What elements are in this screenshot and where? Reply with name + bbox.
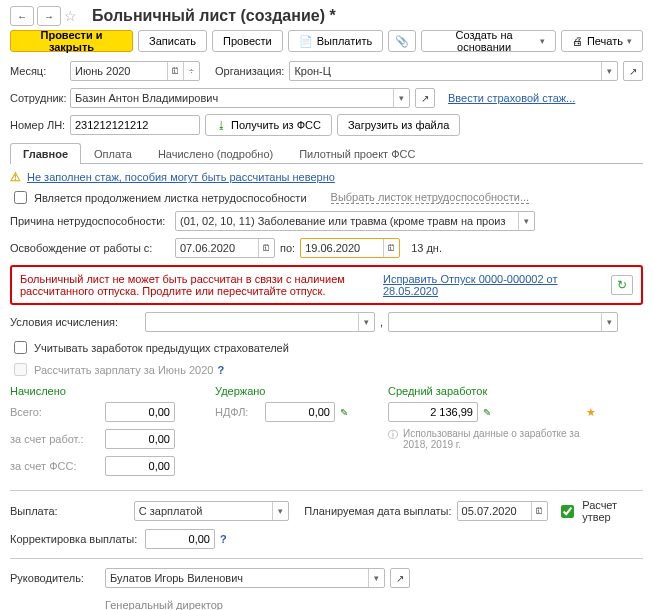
create-based-on-button[interactable]: Создать на основании	[421, 30, 556, 52]
avg-star-icon[interactable]: ★	[586, 406, 596, 419]
reason-value: (01, 02, 10, 11) Заболевание или травма …	[176, 212, 518, 230]
tab-bar: Главное Оплата Начислено (подробно) Пило…	[10, 142, 643, 164]
manager-label: Руководитель:	[10, 572, 100, 584]
ln-label: Номер ЛН:	[10, 119, 65, 131]
date-from-calendar-icon[interactable]: 🗓	[258, 239, 274, 257]
employee-dropdown-icon[interactable]: ▾	[393, 89, 409, 107]
payment-type-dd-icon[interactable]: ▾	[272, 502, 288, 520]
correction-input[interactable]	[145, 529, 215, 549]
payment-date-value: 05.07.2020	[458, 502, 532, 520]
page-title: Больничный лист (создание) *	[92, 7, 336, 25]
tab-pilot-fss[interactable]: Пилотный проект ФСС	[286, 143, 428, 164]
submit-button[interactable]: Провести	[212, 30, 283, 52]
date-to-calendar-icon[interactable]: 🗓	[383, 239, 399, 257]
error-text: Больничный лист не может быть рассчитан …	[20, 273, 375, 297]
pay-label: Выплатить	[317, 35, 372, 47]
date-from-value: 07.06.2020	[176, 239, 258, 257]
total-label: Всего:	[10, 406, 100, 418]
ln-input[interactable]	[70, 115, 200, 135]
correction-help[interactable]: ?	[220, 533, 227, 545]
avg-input[interactable]	[388, 402, 478, 422]
conditions-select-1[interactable]: ▾	[145, 312, 375, 332]
calc-salary-checkbox	[14, 363, 27, 376]
withheld-header: Удержано	[215, 385, 348, 397]
print-button[interactable]: 🖨 Печать	[561, 30, 643, 52]
calendar-icon[interactable]: 🗓	[167, 62, 183, 80]
save-button[interactable]: Записать	[138, 30, 207, 52]
prev-insurers-checkbox[interactable]	[14, 341, 27, 354]
calc-salary-help[interactable]: ?	[217, 364, 224, 376]
avg-header: Средний заработок	[388, 385, 596, 397]
refresh-button[interactable]: ↻	[611, 275, 633, 295]
month-label: Месяц:	[10, 65, 65, 77]
fix-vacation-link[interactable]: Исправить Отпуск 0000-000002 от 28.05.20…	[383, 273, 603, 297]
nav-forward-button[interactable]: →	[37, 6, 61, 26]
month-input-wrap[interactable]: Июнь 2020 🗓 ÷	[70, 61, 200, 81]
org-value: Крон-Ц	[290, 62, 601, 80]
tab-main[interactable]: Главное	[10, 143, 81, 164]
payment-date-cal-icon[interactable]: 🗓	[531, 502, 547, 520]
select-sick-leave-link[interactable]: Выбрать листок нетрудоспособности...	[331, 191, 530, 204]
payment-date-input[interactable]: 05.07.2020 🗓	[457, 501, 549, 521]
manager-position-link[interactable]: Генеральный директор	[105, 599, 223, 611]
conditions-dd-1[interactable]: ▾	[358, 313, 374, 331]
submit-and-close-button[interactable]: Провести и закрыть	[10, 30, 133, 52]
fss-input[interactable]	[105, 456, 175, 476]
spinner-icon[interactable]: ÷	[183, 62, 199, 80]
ndfl-input[interactable]	[265, 402, 335, 422]
date-from-input[interactable]: 07.06.2020 🗓	[175, 238, 275, 258]
days-count: 13 дн.	[411, 242, 442, 254]
payment-type-select[interactable]: С зарплатой ▾	[134, 501, 290, 521]
employee-input-wrap[interactable]: Базин Антон Владимирович ▾	[70, 88, 410, 108]
reason-dropdown-icon[interactable]: ▾	[518, 212, 534, 230]
conditions-label: Условия исчисления:	[10, 316, 140, 328]
org-input-wrap[interactable]: Крон-Ц ▾	[289, 61, 618, 81]
calc-approved-label: Расчет утвер	[582, 499, 643, 523]
avg-edit-icon[interactable]: ✎	[483, 407, 491, 418]
manager-select[interactable]: Булатов Игорь Виленович ▾	[105, 568, 385, 588]
org-label: Организация:	[215, 65, 284, 77]
payment-label: Выплата:	[10, 505, 129, 517]
pay-button[interactable]: 📄 Выплатить	[288, 30, 383, 52]
tab-accrued-detail[interactable]: Начислено (подробно)	[145, 143, 286, 164]
cloud-icon: ⭳	[216, 119, 227, 131]
error-panel: Больничный лист не может быть рассчитан …	[10, 265, 643, 305]
conditions-dd-2[interactable]: ▾	[601, 313, 617, 331]
info-icon: ⓘ	[388, 428, 398, 442]
employer-label: за счет работ.:	[10, 433, 100, 445]
avg-info-text: Использованы данные о заработке за 2018,…	[403, 428, 583, 450]
conditions-select-2[interactable]: ▾	[388, 312, 618, 332]
org-open-button[interactable]: ↗	[623, 61, 643, 81]
calc-approved-checkbox[interactable]	[561, 505, 574, 518]
employee-open-button[interactable]: ↗	[415, 88, 435, 108]
date-to-label: по:	[280, 242, 295, 254]
accrued-header: Начислено	[10, 385, 175, 397]
correction-label: Корректировка выплаты:	[10, 533, 140, 545]
employee-value: Базин Антон Владимирович	[71, 89, 393, 107]
continuation-label: Является продолжением листка нетрудоспос…	[34, 192, 307, 204]
org-dropdown-icon[interactable]: ▾	[601, 62, 617, 80]
reason-label: Причина нетрудоспособности:	[10, 215, 170, 227]
favorite-button[interactable]: ☆	[64, 8, 82, 24]
employee-label: Сотрудник:	[10, 92, 65, 104]
total-input[interactable]	[105, 402, 175, 422]
date-to-value: 19.06.2020	[301, 239, 383, 257]
ndfl-edit-icon[interactable]: ✎	[340, 407, 348, 418]
load-from-file-button[interactable]: Загрузить из файла	[337, 114, 460, 136]
tab-payment[interactable]: Оплата	[81, 143, 145, 164]
insurance-stage-link[interactable]: Ввести страховой стаж...	[448, 92, 575, 104]
prev-insurers-label: Учитывать заработок предыдущих страховат…	[34, 342, 289, 354]
nav-back-button[interactable]: ←	[10, 6, 34, 26]
manager-open-button[interactable]: ↗	[390, 568, 410, 588]
reason-select[interactable]: (01, 02, 10, 11) Заболевание или травма …	[175, 211, 535, 231]
attach-button[interactable]: 📎	[388, 30, 416, 52]
continuation-checkbox[interactable]	[14, 191, 27, 204]
calc-salary-label: Рассчитать зарплату за Июнь 2020	[34, 364, 213, 376]
stage-warning-link[interactable]: Не заполнен стаж, пособия могут быть рас…	[27, 171, 335, 183]
employer-input[interactable]	[105, 429, 175, 449]
get-from-fss-button[interactable]: ⭳ Получить из ФСС	[205, 114, 332, 136]
date-to-input[interactable]: 19.06.2020 🗓	[300, 238, 400, 258]
manager-dd-icon[interactable]: ▾	[368, 569, 384, 587]
pay-icon: 📄	[299, 35, 313, 48]
ndfl-label: НДФЛ:	[215, 406, 260, 418]
